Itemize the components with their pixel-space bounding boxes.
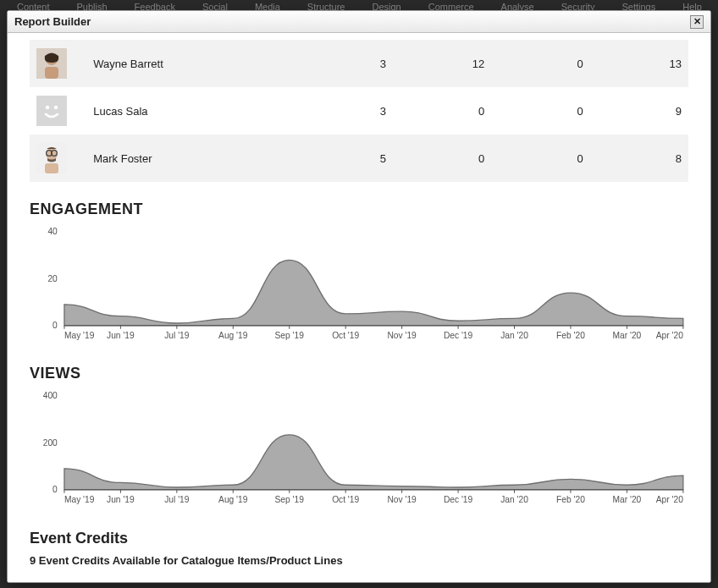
views-chart: 0200400May '19Jun '19Jul '19Aug '19Sep '… (30, 389, 688, 510)
metric-cell: 0 (491, 40, 589, 87)
event-credits-table: UserNameEvent Credits UsedCatalogue Item… (30, 575, 688, 582)
metric-cell: 13 (590, 40, 688, 87)
svg-point-4 (46, 106, 49, 109)
svg-text:40: 40 (47, 227, 58, 236)
svg-text:May '19: May '19 (64, 331, 95, 340)
svg-text:Apr '20: Apr '20 (656, 331, 683, 340)
modal-body: Wayne Barrett312013Lucas Sala3009Mark Fo… (8, 33, 710, 582)
svg-text:Feb '20: Feb '20 (556, 331, 585, 340)
svg-text:Feb '20: Feb '20 (556, 495, 585, 504)
svg-text:Jun '19: Jun '19 (107, 331, 135, 340)
svg-text:Aug '19: Aug '19 (218, 495, 248, 504)
column-header: Event Start Date (533, 575, 688, 582)
avatar (36, 96, 67, 126)
metric-cell: 9 (590, 87, 688, 135)
svg-point-5 (54, 106, 58, 109)
event-credits-heading: Event Credits (30, 530, 688, 547)
person-name: Mark Foster (86, 135, 295, 182)
avatar (36, 48, 67, 79)
report-builder-modal: Report Builder ✕ Wayne Barrett312013Luca… (7, 10, 711, 583)
column-header: Name (92, 575, 228, 582)
metric-cell: 3 (295, 87, 393, 135)
engagement-heading: ENGAGEMENT (30, 201, 688, 218)
views-heading: VIEWS (30, 365, 688, 382)
svg-rect-2 (45, 67, 58, 79)
svg-text:Jul '19: Jul '19 (164, 495, 190, 504)
svg-rect-3 (36, 96, 67, 126)
people-table: Wayne Barrett312013Lucas Sala3009Mark Fo… (30, 40, 688, 182)
svg-rect-10 (45, 163, 58, 173)
metric-cell: 0 (491, 87, 589, 135)
svg-text:Jul '19: Jul '19 (164, 331, 190, 340)
svg-text:May '19: May '19 (64, 495, 95, 504)
metric-cell: 3 (295, 40, 393, 87)
svg-text:Nov '19: Nov '19 (387, 331, 417, 340)
modal-header: Report Builder ✕ (8, 11, 710, 33)
svg-text:Nov '19: Nov '19 (387, 495, 417, 504)
avatar (36, 143, 67, 173)
svg-text:Sep '19: Sep '19 (275, 495, 305, 504)
svg-text:400: 400 (43, 392, 58, 401)
metric-cell: 5 (295, 135, 393, 182)
table-row[interactable]: Wayne Barrett312013 (30, 40, 688, 87)
svg-text:Dec '19: Dec '19 (444, 331, 473, 340)
column-header: Catalogue Item (321, 575, 533, 582)
svg-text:Sep '19: Sep '19 (275, 331, 305, 340)
close-icon[interactable]: ✕ (690, 15, 704, 29)
engagement-chart: 02040May '19Jun '19Jul '19Aug '19Sep '19… (30, 225, 688, 346)
column-header: Event Credits Used (228, 575, 321, 582)
person-name: Wayne Barrett (86, 40, 295, 87)
table-row[interactable]: Mark Foster5008 (30, 135, 688, 182)
svg-text:Dec '19: Dec '19 (444, 495, 473, 504)
svg-text:Mar '20: Mar '20 (613, 495, 642, 504)
svg-text:0: 0 (52, 485, 58, 494)
svg-text:Mar '20: Mar '20 (613, 331, 642, 340)
column-header: User (30, 575, 92, 582)
svg-text:Jan '20: Jan '20 (500, 331, 528, 340)
svg-text:Jun '19: Jun '19 (107, 495, 135, 504)
table-header-row: UserNameEvent Credits UsedCatalogue Item… (30, 575, 688, 582)
metric-cell: 12 (393, 40, 491, 87)
metric-cell: 8 (590, 135, 688, 182)
svg-text:Apr '20: Apr '20 (656, 495, 683, 504)
svg-text:20: 20 (47, 274, 58, 283)
svg-text:Aug '19: Aug '19 (218, 331, 248, 340)
svg-text:200: 200 (43, 438, 58, 448)
svg-text:0: 0 (52, 321, 58, 330)
table-row[interactable]: Lucas Sala3009 (30, 87, 688, 135)
svg-text:Jan '20: Jan '20 (500, 495, 528, 504)
metric-cell: 0 (393, 87, 491, 135)
svg-text:Oct '19: Oct '19 (332, 331, 359, 340)
person-name: Lucas Sala (86, 87, 295, 135)
modal-title: Report Builder (14, 15, 91, 28)
event-credits-subtitle: 9 Event Credits Available for Catalogue … (30, 554, 688, 567)
metric-cell: 0 (491, 135, 589, 182)
svg-text:Oct '19: Oct '19 (332, 495, 359, 504)
metric-cell: 0 (393, 135, 491, 182)
